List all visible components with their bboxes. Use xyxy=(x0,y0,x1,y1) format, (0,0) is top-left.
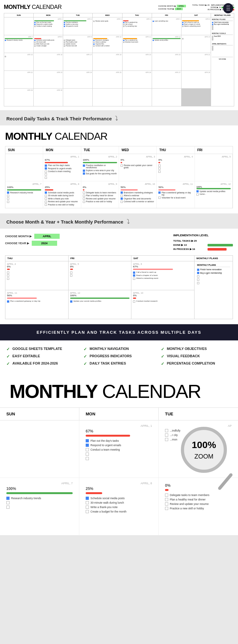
task-item: Plan out the day's tasks xyxy=(86,439,152,442)
zoom-cell-apr8: APRIL, 8 25% Schedule social media posts… xyxy=(79,478,159,535)
checkbox-unchecked xyxy=(86,506,89,509)
checkbox-unchecked xyxy=(86,510,89,513)
month-value[interactable]: APRIL xyxy=(34,234,60,239)
section-zoom-demo: MONTHLY CALENDAR SUN MON TUE APRIL, 1 67… xyxy=(0,372,238,535)
checkbox-checked xyxy=(86,444,89,447)
table-row: APRIL, 3 0% Review and update your caree… xyxy=(119,154,157,181)
task-item: Respond to urgent emails xyxy=(86,444,152,447)
year-badge: 202420252026 xyxy=(223,3,233,13)
zoom-cell-apr9: 0% Delegate tasks to team members Plan a… xyxy=(159,478,238,535)
task-item: Conduct a team meeting xyxy=(86,448,152,451)
feature-visual-feedback: ✓ VISUAL FEEDBACK xyxy=(161,354,232,359)
year-value[interactable]: 2024 xyxy=(32,241,57,246)
features-section: ✓ GOOGLE SHEETS TEMPLATE ✓ MONTHLY NAVIG… xyxy=(0,340,238,372)
total-tasks-row: TOTAL TASKS ▶ 29 xyxy=(173,239,233,242)
done-label: DONE ▶ 13 xyxy=(173,244,205,246)
task-item: Delegate tasks to team members xyxy=(165,493,232,497)
banner-text: EFFICIENTLY PLAN AND TRACK TASKS ACROSS … xyxy=(6,330,232,335)
table-row xyxy=(4,17,33,35)
table-row: APR 3 Review career goals xyxy=(93,17,122,35)
task-item: Plan a healthy meal for dinner xyxy=(165,498,232,501)
feature-monthly-obj: ✓ MONTHLY OBJECTIVES xyxy=(161,347,232,352)
table-row: APR 20 xyxy=(152,53,181,70)
checkbox-checked xyxy=(6,497,10,500)
table-row: APRIL, 5 0% xyxy=(69,261,131,290)
section-full-calendar: MONTHLY CALENDAR CHOOSE MONTH ▶ APRIL CH… xyxy=(0,0,238,110)
task-item: Review and update your resume xyxy=(165,502,232,506)
check-icon: ✓ xyxy=(83,354,87,359)
table-row: APRIL, 5 xyxy=(195,154,233,181)
inprocess-label: IN PROCESS ▶ 16 xyxy=(173,248,205,251)
choose-controls: CHOOSE MONTH ▶ APRIL CHOOSE YEAR ▶ 2024 xyxy=(5,234,60,246)
table-row: APR 10 Brainstorm strategies Attend a we… xyxy=(93,35,122,53)
zoom-col-mon: MON xyxy=(79,408,159,420)
feature-label: DAILY TASK ENTRIES xyxy=(89,361,126,365)
table-row: APR 4 Plan a weekend trip Call a friend … xyxy=(122,17,152,35)
zoom-header-tue: TUE xyxy=(81,146,119,154)
table-row: APR 7 Research industry trends xyxy=(4,35,33,53)
table-row: APR 15 xyxy=(4,53,33,70)
checkbox-unchecked xyxy=(165,438,168,441)
checkbox-unchecked xyxy=(165,502,168,506)
table-row: APRIL, 2 100% Practice meditation or min… xyxy=(81,154,119,181)
choose-year-label: CHOOSE YEAR ▶ xyxy=(5,242,29,245)
check-icon: ✓ xyxy=(83,347,87,352)
zoom-week1-row: APRIL, 1 67% Plan out the day's tasks Re… xyxy=(0,420,238,478)
task-item: Research industry trends xyxy=(6,497,73,500)
table-row: APR 18 xyxy=(93,53,122,70)
table-row: APR 2 Practice meditation Explore a new … xyxy=(63,17,92,35)
day-header-tue: TUE xyxy=(63,13,92,17)
zoom-week2-row: APRIL, 7 100% Research industry trends A… xyxy=(0,478,238,535)
day-header-sat: SAT xyxy=(182,13,211,17)
table-row: APR 30 xyxy=(34,89,63,106)
feature-label: AVAILABLE FOR 2024-2026 xyxy=(12,361,58,365)
table-row: APR 9 Delegate tasks Plan healthy meal U… xyxy=(63,35,92,53)
arrow-icon-1: ⤵ xyxy=(115,115,118,122)
table-row: APR 24 xyxy=(63,71,92,88)
zoom-col-sun: SUN xyxy=(0,408,79,420)
check-icon: ✓ xyxy=(6,361,10,366)
feature-google-sheets: ✓ GOOGLE SHEETS TEMPLATE xyxy=(6,347,77,352)
zoom-header-thu: THU xyxy=(157,146,195,154)
table-row: APR 12 Update social profiles xyxy=(152,35,181,53)
table-row: APR 19 xyxy=(122,53,152,70)
check-icon: ✓ xyxy=(161,347,164,352)
feature-available: ✓ AVAILABLE FOR 2024-2026 xyxy=(6,361,77,366)
magnifier-overlay: 100%ZOOM xyxy=(181,427,232,478)
checkbox-unchecked xyxy=(165,507,168,510)
feature-label: GOOGLE SHEETS TEMPLATE xyxy=(12,347,62,351)
table-row: APR 5 Learn something new xyxy=(152,17,181,35)
table-row: APRIL, 12 100% Update your social media … xyxy=(69,290,131,319)
impl-label: IMPLEMENTATION LEVEL xyxy=(173,234,233,237)
zoom-title-area: MONTHLY CALENDAR xyxy=(0,372,238,407)
check-icon: ✓ xyxy=(6,354,10,359)
zoom-percent-label: 100%ZOOM xyxy=(192,439,216,460)
check-icon: ✓ xyxy=(83,361,87,366)
table-row: APR 16 xyxy=(34,53,63,70)
calendar-grid-zoom: SUN MON TUE WED THU FRI APRIL, 1 67% Pla… xyxy=(5,146,233,208)
partial-header-fri: FRI xyxy=(69,256,131,261)
monthly-plans-header: MONTHLY PLANS xyxy=(211,13,234,17)
calendar-controls: CHOOSE MONTH ▶ APRIL CHOOSE YEAR ▶ 2024 … xyxy=(158,4,234,10)
inprocess-row: IN PROCESS ▶ 16 xyxy=(173,248,233,251)
zoom-cell-apr1: APRIL, 1 67% Plan out the day's tasks Re… xyxy=(79,420,159,478)
checkbox-unchecked xyxy=(6,506,10,509)
checkbox-unchecked xyxy=(86,448,89,451)
checkbox-unchecked xyxy=(86,453,89,456)
feature-easy-editable: ✓ EASY EDITABLE xyxy=(6,354,77,359)
table-row: APR 14 xyxy=(182,35,211,53)
task-item xyxy=(86,457,152,460)
table-row xyxy=(93,89,122,106)
table-row: APRIL, 7 100% Research industry trends xyxy=(5,181,43,208)
zoom-calendar-title: MONTHLY CALENDAR xyxy=(10,382,228,401)
task-item: Schedule social media posts xyxy=(86,497,152,500)
feature-label: PERCENTAGE COMPLETION xyxy=(167,361,215,365)
table-row xyxy=(5,154,43,181)
section-calendar-zoom: MONTHLY CALENDAR SUN MON TUE WED THU FRI… xyxy=(0,125,238,213)
total-tasks-label: TOTAL TASKS ▶ 29 xyxy=(173,239,205,242)
checkbox-unchecked xyxy=(6,501,10,504)
choose-month-label: CHOOSE MONTH ▶ xyxy=(5,235,32,238)
table-row: APR 17 xyxy=(63,53,92,70)
table-row: APRIL, 4 0% xyxy=(157,154,195,181)
zoom-col-headers: SUN MON TUE xyxy=(0,407,238,420)
